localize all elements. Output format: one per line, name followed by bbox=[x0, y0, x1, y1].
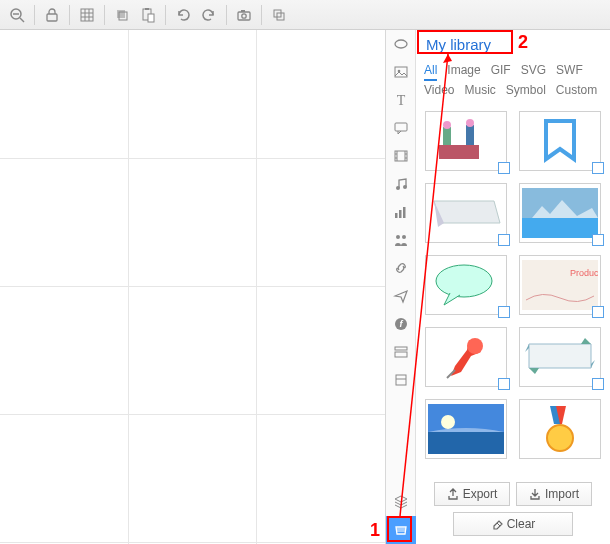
paste-button[interactable] bbox=[135, 2, 161, 28]
flash-tool[interactable]: f bbox=[386, 310, 416, 338]
filter-tabs: All Image GIF SVG SWF Video Music Symbol… bbox=[416, 57, 610, 99]
canvas[interactable] bbox=[0, 30, 386, 544]
svg-rect-33 bbox=[395, 213, 398, 218]
svg-point-60 bbox=[441, 415, 455, 429]
undo-button[interactable] bbox=[170, 2, 196, 28]
import-icon bbox=[529, 488, 541, 500]
thumb-ribbon[interactable] bbox=[519, 327, 601, 387]
svg-rect-9 bbox=[117, 10, 125, 18]
svg-line-62 bbox=[497, 523, 500, 526]
thumb-landscape[interactable] bbox=[519, 183, 601, 243]
chart-tool[interactable] bbox=[386, 198, 416, 226]
panel-buttons: Export Import Clear bbox=[416, 478, 610, 544]
callout-tool[interactable] bbox=[386, 114, 416, 142]
svg-rect-58 bbox=[428, 404, 504, 432]
svg-rect-42 bbox=[396, 375, 406, 385]
export-icon bbox=[447, 488, 459, 500]
svg-rect-49 bbox=[466, 125, 474, 145]
side-toolbar: T f bbox=[386, 30, 416, 544]
separator bbox=[261, 5, 262, 25]
svg-point-32 bbox=[403, 185, 407, 189]
svg-rect-34 bbox=[399, 210, 402, 218]
thumb-medal[interactable] bbox=[519, 399, 601, 459]
tab-swf[interactable]: SWF bbox=[556, 61, 583, 81]
thumb-bubble[interactable] bbox=[425, 255, 507, 315]
tab-symbol[interactable]: Symbol bbox=[506, 81, 546, 99]
copy-button[interactable] bbox=[109, 2, 135, 28]
separator bbox=[104, 5, 105, 25]
svg-rect-4 bbox=[81, 9, 93, 21]
svg-rect-47 bbox=[443, 127, 451, 145]
tab-gif[interactable]: GIF bbox=[491, 61, 511, 81]
separator bbox=[34, 5, 35, 25]
svg-text:T: T bbox=[397, 93, 406, 108]
redo-button[interactable] bbox=[196, 2, 222, 28]
separator bbox=[165, 5, 166, 25]
svg-point-48 bbox=[443, 121, 451, 129]
svg-point-37 bbox=[402, 235, 406, 239]
text-tool[interactable]: T bbox=[386, 86, 416, 114]
tab-all[interactable]: All bbox=[424, 61, 437, 81]
video-tool[interactable] bbox=[386, 142, 416, 170]
svg-point-36 bbox=[396, 235, 400, 239]
tab-music[interactable]: Music bbox=[464, 81, 495, 99]
grid-button[interactable] bbox=[74, 2, 100, 28]
svg-rect-13 bbox=[148, 14, 154, 22]
svg-point-19 bbox=[395, 40, 407, 48]
plane-tool[interactable] bbox=[386, 282, 416, 310]
svg-rect-59 bbox=[428, 432, 504, 454]
clear-label: Clear bbox=[507, 517, 536, 531]
panel-title: My library bbox=[416, 30, 610, 57]
svg-line-1 bbox=[20, 18, 24, 22]
thumb-sunset[interactable] bbox=[425, 399, 507, 459]
thumbnail-grid: Product bbox=[416, 99, 610, 478]
thumb-product[interactable]: Product bbox=[519, 255, 601, 315]
svg-point-31 bbox=[396, 186, 400, 190]
svg-point-15 bbox=[242, 13, 246, 17]
form-tool[interactable] bbox=[386, 338, 416, 366]
tab-image[interactable]: Image bbox=[447, 61, 480, 81]
separator bbox=[69, 5, 70, 25]
thumb-banner[interactable] bbox=[425, 183, 507, 243]
svg-point-56 bbox=[467, 338, 483, 354]
clear-icon bbox=[491, 518, 503, 530]
svg-rect-16 bbox=[241, 10, 245, 12]
tab-custom[interactable]: Custom bbox=[556, 81, 597, 99]
svg-rect-40 bbox=[395, 347, 407, 350]
svg-rect-52 bbox=[522, 218, 598, 238]
export-button[interactable]: Export bbox=[434, 482, 510, 506]
svg-rect-3 bbox=[47, 14, 57, 21]
library-tool[interactable] bbox=[386, 516, 416, 544]
svg-rect-35 bbox=[403, 207, 406, 218]
separator bbox=[226, 5, 227, 25]
main-area: T f My library All Image GIF SVG SWF Vid… bbox=[0, 30, 610, 544]
thumb-pushpin[interactable] bbox=[425, 327, 507, 387]
import-button[interactable]: Import bbox=[516, 482, 592, 506]
shape-tool[interactable] bbox=[386, 30, 416, 58]
layers-tool[interactable] bbox=[386, 488, 416, 516]
image-tool[interactable] bbox=[386, 58, 416, 86]
library-panel: My library All Image GIF SVG SWF Video M… bbox=[416, 30, 610, 544]
tab-svg[interactable]: SVG bbox=[521, 61, 546, 81]
misc-tool[interactable] bbox=[386, 366, 416, 394]
camera-button[interactable] bbox=[231, 2, 257, 28]
zoom-out-button[interactable] bbox=[4, 2, 30, 28]
svg-rect-12 bbox=[145, 8, 149, 10]
import-label: Import bbox=[545, 487, 579, 501]
music-tool[interactable] bbox=[386, 170, 416, 198]
clear-button[interactable]: Clear bbox=[453, 512, 573, 536]
svg-rect-20 bbox=[395, 67, 407, 77]
crop-button[interactable] bbox=[266, 2, 292, 28]
svg-point-61 bbox=[547, 425, 573, 451]
top-toolbar bbox=[0, 0, 610, 30]
link-tool[interactable] bbox=[386, 254, 416, 282]
tab-video[interactable]: Video bbox=[424, 81, 454, 99]
people-tool[interactable] bbox=[386, 226, 416, 254]
thumb-office[interactable] bbox=[425, 111, 507, 171]
svg-text:Product: Product bbox=[570, 268, 598, 278]
thumb-bookmark[interactable] bbox=[519, 111, 601, 171]
lock-button[interactable] bbox=[39, 2, 65, 28]
svg-rect-41 bbox=[395, 352, 407, 357]
svg-rect-23 bbox=[395, 123, 407, 131]
svg-rect-46 bbox=[439, 145, 479, 159]
